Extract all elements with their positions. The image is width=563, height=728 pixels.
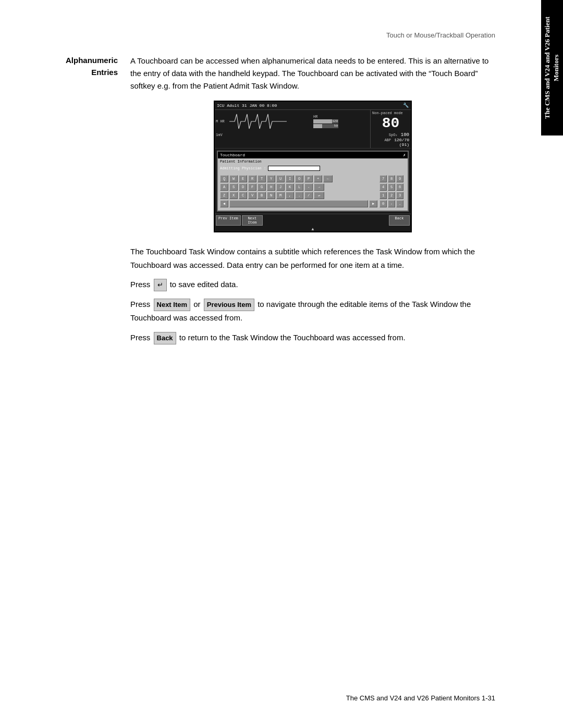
key-y[interactable]: Y [267,175,275,182]
monitor-corner-icon: 🔧 [403,103,409,108]
numkey-2[interactable]: 2 [388,192,395,199]
key-v[interactable]: V [248,192,256,199]
term-alphanumeric: Alphanumeric [47,55,118,67]
keyboard-row-1: Q W E R T Y U I O P [220,175,377,182]
numkey-8[interactable]: 8 [388,175,395,182]
monitor-top-bar: ICU Adult 31 JAN 00 8:00 🔧 [215,102,411,110]
key-z[interactable]: Z [220,192,228,199]
key-right[interactable]: ► [369,200,377,207]
key-n[interactable]: N [267,192,275,199]
key-space[interactable] [229,200,368,207]
key-p[interactable]: P [304,175,313,182]
numkey-5[interactable]: 5 [388,183,395,191]
abp-label: ABP [384,138,391,142]
key-g[interactable]: G [258,183,266,191]
numpad-row-2: 4 5 6 [380,183,406,191]
key-comma[interactable]: , [286,192,294,199]
hr-big-value: 80 [372,116,409,131]
section-header: Touch or Mouse/Trackball Operation [47,31,495,39]
monitor-right-col: Non-paced mode 80 SpO₂ 100 ABP 120/70 (9… [370,110,411,148]
key-t[interactable]: T [258,175,266,182]
touchboard-title-bar: Touchboard ✗ [218,152,408,158]
softkey-next-item[interactable]: Next Item [242,215,263,226]
desc-para1: The Touchboard Task Window contains a su… [130,245,495,272]
keyboard-row-3: Z X C V B N M , . / [220,192,377,199]
key-left[interactable]: ◄ [220,200,228,207]
numkey-minus[interactable]: - [388,200,395,207]
admit-row: Admitting Physician : [218,165,408,173]
key-q[interactable]: Q [220,175,228,182]
softkey-next-line2: Item [244,220,260,225]
key-u[interactable]: U [276,175,285,182]
keyboard-row-4: ◄ ► [220,200,377,207]
softkey-bar: Prev Item Next Item Back [215,214,411,227]
key-r[interactable]: R [248,175,256,182]
spo2-label: SpO₂ [389,133,398,137]
numkey-0[interactable]: 0 [380,200,387,207]
chapter-tab-text: The CMS and V24 and V26 Patient Monitors [543,6,561,129]
numkey-dot[interactable]: . [396,200,403,207]
key-enter-right[interactable]: → [314,183,324,191]
numkey-9[interactable]: 9 [396,175,403,182]
softkey-next-line1: Next [244,216,260,220]
touchboard-dialog: Touchboard ✗ Patient Information Admitti… [217,151,409,212]
imv-label: 1mV [215,133,370,137]
body-column: A Touchboard can be accessed when alphan… [130,55,495,351]
next-item-button: Next Item [154,299,191,311]
numkey-6[interactable]: 6 [396,183,403,191]
key-m[interactable]: M [276,192,285,199]
key-x[interactable]: X [229,192,238,199]
key-dash[interactable]: - [304,183,313,191]
key-slash[interactable]: / [304,192,313,199]
page-footer: The CMS and V24 and V26 Patient Monitors… [0,694,563,702]
key-enter[interactable]: ↵ [314,192,324,199]
desc-press-nav: Press Next Item or Previous Item to navi… [130,298,495,325]
softkey-back[interactable]: Back [389,215,410,226]
numpad-row-1: 7 8 9 [380,175,406,182]
key-a[interactable]: A [220,183,228,191]
alphanumeric-section: Alphanumeric Entries A Touchboard can be… [47,55,495,351]
key-i[interactable]: I [286,175,294,182]
key-w[interactable]: W [229,175,238,182]
key-l[interactable]: L [295,183,303,191]
softkey-prev-item[interactable]: Prev Item [216,215,241,226]
numkey-1[interactable]: 1 [380,192,387,199]
admit-label: Admitting Physician : [220,166,266,170]
touchboard-close-btn[interactable]: ✗ [403,153,406,157]
key-h[interactable]: H [267,183,275,191]
numkey-4[interactable]: 4 [380,183,387,191]
numpad-row-3: 1 2 3 [380,192,406,199]
key-plus[interactable]: + [314,175,322,182]
key-e[interactable]: E [239,175,247,182]
key-backspace[interactable]: ← [323,175,333,182]
monitor-left: M HR HR [215,110,370,148]
footer-text: The CMS and V24 and V26 Patient Monitors… [346,694,495,702]
key-period[interactable]: . [295,192,303,199]
term-entries: Entries [47,67,118,79]
numpad: 7 8 9 4 5 6 1 [380,175,406,208]
key-b[interactable]: B [258,192,266,199]
key-f[interactable]: F [248,183,256,191]
spo2-value: 100 [401,132,409,138]
hr-bar-lo: 50 [334,124,338,128]
admit-input[interactable] [268,166,320,171]
key-k[interactable]: K [286,183,294,191]
intro-text: A Touchboard can be accessed when alphan… [130,55,495,92]
key-j[interactable]: J [276,183,285,191]
waveform-svg [229,110,313,133]
numkey-7[interactable]: 7 [380,175,387,182]
key-d[interactable]: D [239,183,247,191]
keyboard-row-2: A S D F G H J K L - [220,183,377,191]
key-s[interactable]: S [229,183,238,191]
non-paced-text: Non-paced mode [372,111,409,115]
keyboard-area: Q W E R T Y U I O P [218,173,408,211]
key-o[interactable]: O [295,175,303,182]
back-button: Back [154,332,176,344]
term-column: Alphanumeric Entries [47,55,130,351]
numkey-3[interactable]: 3 [396,192,403,199]
desc-press-enter: Press ↵ to save edited data. [130,278,495,291]
softkey-prev-line1: Prev Item [218,216,238,220]
chapter-tab: The CMS and V24 and V26 Patient Monitors [541,0,563,135]
key-c[interactable]: C [239,192,247,199]
abp-value: 120/70 (91) [394,138,409,147]
